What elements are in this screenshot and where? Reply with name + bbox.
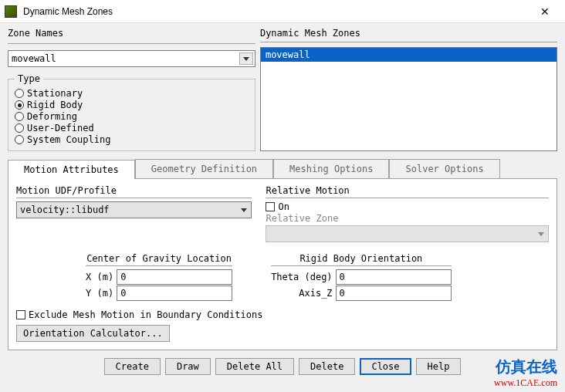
zone-names-label: Zone Names [8,28,255,39]
tab-motion-attributes[interactable]: Motion Attributes [8,160,135,179]
motion-udf-combo[interactable]: velocity::libudf [16,201,252,218]
relative-motion-on-checkbox[interactable]: On [266,201,549,212]
list-item[interactable]: movewall [261,48,557,62]
tab-meshing-options[interactable]: Meshing Options [273,159,389,178]
title-bar: Dynamic Mesh Zones ✕ [0,0,565,23]
radio-icon [15,89,24,98]
chevron-down-icon[interactable] [239,52,253,65]
relative-zone-label: Relative Zone [266,213,549,224]
relative-motion-label: Relative Motion [266,185,549,196]
tab-solver-options[interactable]: Solver Options [389,159,499,178]
radio-user-defined[interactable]: User-Defined [15,123,249,133]
rigid-body-orientation-group: Rigid Body Orientation Theta (deg) 0 Axi… [271,253,451,302]
exclude-mesh-motion-checkbox[interactable]: Exclude Mesh Motion in Boundary Conditio… [16,309,549,320]
type-group: Type Stationary Rigid Body Deforming Use… [8,73,255,151]
checkbox-icon [16,310,25,319]
radio-icon [15,123,24,133]
zone-names-value: movewall [12,53,56,64]
radio-icon [15,100,24,110]
tabs: Motion Attributes Geometry Definition Me… [8,159,557,179]
delete-button[interactable]: Delete [299,358,355,375]
orientation-calculator-button[interactable]: Orientation Calculator... [16,325,170,342]
dynamic-mesh-zones-list[interactable]: movewall [260,47,557,151]
radio-deforming[interactable]: Deforming [15,111,249,122]
radio-icon [15,135,24,144]
motion-udf-label: Motion UDF/Profile [16,185,252,196]
tab-geometry-definition[interactable]: Geometry Definition [135,159,273,178]
radio-system-coupling[interactable]: System Coupling [15,134,249,145]
motion-udf-value: velocity::libudf [20,204,110,215]
radio-icon [15,112,24,121]
chevron-down-icon[interactable] [237,202,251,218]
window-title: Dynamic Mesh Zones [23,6,529,17]
delete-all-button[interactable]: Delete All [215,358,294,375]
type-label: Type [15,73,43,84]
dialog-buttons: Create Draw Delete All Delete Close Help [8,358,557,375]
cog-y-input[interactable]: 0 [117,286,232,301]
app-icon [5,5,17,18]
close-button[interactable]: Close [360,358,411,375]
relative-zone-combo [266,225,549,242]
close-icon[interactable]: ✕ [529,5,560,18]
dynamic-mesh-zones-label: Dynamic Mesh Zones [260,28,557,39]
checkbox-icon [266,202,275,211]
center-of-gravity-group: Center of Gravity Location X (m) 0 Y (m)… [86,253,232,302]
radio-stationary[interactable]: Stationary [15,88,249,99]
axis-z-input[interactable]: 0 [336,286,452,301]
radio-rigid-body[interactable]: Rigid Body [15,100,249,110]
theta-input[interactable]: 0 [336,269,452,285]
chevron-down-icon [534,226,548,242]
create-button[interactable]: Create [104,358,161,375]
zone-names-combo[interactable]: movewall [8,50,255,67]
cog-x-input[interactable]: 0 [117,269,232,285]
tab-panel-motion-attributes: Motion UDF/Profile velocity::libudf Rela… [8,179,557,350]
watermark: 仿真在线 www.1CAE.com [494,357,557,389]
help-button[interactable]: Help [416,358,462,375]
draw-button[interactable]: Draw [165,358,211,375]
